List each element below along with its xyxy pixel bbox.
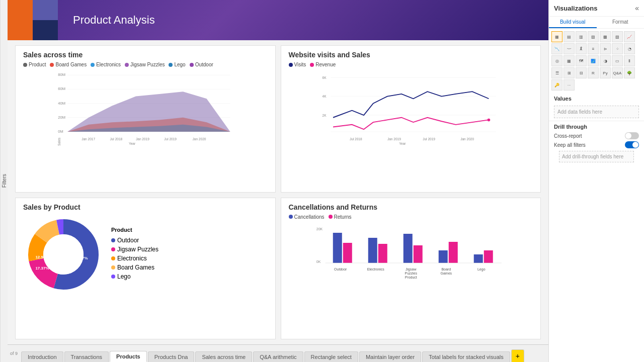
page-title: Product Analysis [73, 14, 155, 27]
tab-products-dna[interactable]: Products Dna [148, 351, 195, 362]
cross-report-knob [625, 133, 631, 139]
cross-report-label: Cross-report [554, 133, 582, 139]
legend-lego-dot [111, 275, 115, 279]
svg-text:60M: 60M [58, 86, 65, 91]
values-field-area[interactable]: Add data fields here [554, 106, 639, 118]
legend-dot-lego [169, 63, 173, 67]
chart-icon-matrix[interactable]: ⊟ [576, 67, 587, 78]
chart-icon-slicer[interactable]: ☰ [551, 67, 562, 78]
legend-visits: Visits [289, 62, 306, 67]
tab-rect-select[interactable]: Rectangle select [304, 351, 358, 362]
chart-icon-more[interactable]: ··· [564, 79, 575, 90]
chart-icon-area[interactable]: 📉 [551, 43, 562, 54]
viz-panel-title: Visualizations [554, 5, 597, 12]
product-chart-legend: Product Outdoor Jigsaw Puzzles Electroni… [111, 227, 268, 282]
chart-icon-donut[interactable]: ◎ [551, 55, 562, 66]
svg-text:Puzzles: Puzzles [405, 272, 417, 275]
svg-text:Year: Year [399, 142, 406, 145]
chart-icon-ribbon[interactable]: 🎗 [576, 43, 587, 54]
sales-product-panel: Sales by Product [15, 198, 276, 340]
chart-icon-map[interactable]: 🗺 [576, 55, 587, 66]
chart-icon-kpi[interactable]: Ⅱ [624, 55, 635, 66]
cancellations-chart: 20K 0K Outdoor Electronics Jigsaw Puzzle [289, 223, 533, 293]
dashboard: Sales across time Product Board Games El… [8, 40, 548, 344]
chart-icon-key-influencers[interactable]: 🔑 [551, 79, 562, 90]
svg-text:Product: Product [405, 276, 417, 279]
tab-sales-time[interactable]: Sales across time [195, 351, 252, 362]
chart-icon-python[interactable]: Py [600, 67, 611, 78]
chart-icon-gauge[interactable]: ◑ [600, 55, 611, 66]
tab-build-visual[interactable]: Build visual [549, 17, 597, 28]
svg-rect-45 [368, 238, 377, 263]
keep-filters-toggle[interactable] [625, 141, 639, 148]
chart-icon-stacked-col-100[interactable]: ▧ [612, 31, 623, 42]
legend-dot-returns [329, 215, 333, 219]
chart-icon-card[interactable]: ▭ [612, 55, 623, 66]
svg-text:Jan 2017: Jan 2017 [82, 137, 95, 141]
logo-blue-bottom [33, 20, 58, 40]
tab-transactions[interactable]: Transactions [64, 351, 109, 362]
chart-icon-line-clustered[interactable]: 〰 [564, 43, 575, 54]
keep-filters-row: Keep all filters [554, 141, 639, 148]
cancellations-legend: Cancellations Returns [289, 214, 533, 220]
tab-format[interactable]: Format [597, 17, 645, 28]
chart-type-grid: ▦ ▤ ▥ ▨ ▩ ▧ 📈 📉 〰 🎗 ≡ ⊳ ⁘ ◔ ◎ ▦ 🗺 🗾 ◑ ▭ … [549, 29, 644, 93]
logo-orange-bottom [8, 20, 33, 40]
chart-icon-stacked-bar-100[interactable]: ▥ [576, 31, 587, 42]
legend-lego-text: Lego [117, 273, 131, 280]
legend-jigsaw-text: Jigsaw Puzzles [117, 246, 158, 253]
tab-add-button[interactable]: + [511, 349, 524, 362]
filter-sidebar[interactable]: Filters [0, 0, 8, 362]
chart-icon-stacked-column[interactable]: ▩ [600, 31, 611, 42]
legend-jigsaw-dot [111, 247, 115, 251]
svg-text:Sales: Sales [57, 137, 61, 146]
sales-time-chart: 80M 60M 40M 20M 0M [23, 70, 268, 146]
svg-text:Lego: Lego [477, 267, 485, 272]
legend-dot-boardgames [50, 63, 54, 67]
chart-icon-decomp-tree[interactable]: 🌳 [624, 67, 635, 78]
chart-icon-funnel[interactable]: ⊳ [600, 43, 611, 54]
svg-point-24 [487, 119, 490, 122]
chart-icon-waterfall[interactable]: ≡ [588, 43, 599, 54]
tab-total-labels[interactable]: Total labels for stacked visuals [422, 351, 510, 362]
legend-boardgames-item: Board Games [111, 264, 268, 271]
svg-text:6K: 6K [322, 76, 327, 79]
chart-icon-clustered-bar[interactable]: ▦ [551, 31, 562, 42]
legend-product: Product [23, 62, 46, 67]
drill-field-area[interactable]: Add drill-through fields here [559, 151, 634, 162]
tab-products[interactable]: Products [110, 351, 147, 362]
website-visits-title: Website visits and Sales [289, 51, 533, 59]
svg-rect-53 [438, 250, 447, 263]
chart-icon-clustered-column[interactable]: ▨ [588, 31, 599, 42]
cancellations-title: Cancellations and Returns [289, 203, 533, 211]
visualizations-panel: Visualizations « Build visual Format ▦ ▤… [548, 0, 644, 362]
chart-icon-pie[interactable]: ◔ [624, 43, 635, 54]
logo-blue-top [33, 0, 58, 20]
sales-product-title: Sales by Product [23, 203, 268, 211]
chart-icon-line[interactable]: 📈 [624, 31, 635, 42]
chart-icon-scatter[interactable]: ⁘ [612, 43, 623, 54]
viz-close-button[interactable]: « [635, 4, 639, 12]
pie-container: 11.96% 12.98% 17.37% 54.67% Product Outd… [23, 214, 268, 295]
legend-dot-electronics [91, 63, 95, 67]
tab-introduction[interactable]: Introduction [21, 351, 63, 362]
chart-icon-treemap[interactable]: ▦ [564, 55, 575, 66]
chart-icon-stacked-bar[interactable]: ▤ [564, 31, 575, 42]
website-visits-legend: Visits Revenue [289, 62, 533, 67]
svg-text:Jan 2019: Jan 2019 [387, 137, 400, 141]
values-section-label: Values [549, 93, 644, 103]
chart-icon-table[interactable]: ⊞ [564, 67, 575, 78]
svg-text:40M: 40M [58, 101, 65, 106]
svg-text:12.98%: 12.98% [35, 255, 49, 259]
svg-rect-49 [413, 245, 422, 263]
chart-icon-qa[interactable]: Q&A [612, 67, 623, 78]
tab-layer-order[interactable]: Maintain layer order [359, 351, 421, 362]
svg-text:0M: 0M [58, 129, 63, 134]
svg-rect-42 [333, 233, 342, 263]
chart-icon-filled-map[interactable]: 🗾 [588, 55, 599, 66]
chart-icon-r-visual[interactable]: R [588, 67, 599, 78]
legend-electronics: Electronics [91, 62, 121, 67]
svg-text:11.96%: 11.96% [56, 237, 70, 241]
tab-qa[interactable]: Q&A arithmetic [253, 351, 303, 362]
cross-report-toggle[interactable] [625, 132, 639, 139]
